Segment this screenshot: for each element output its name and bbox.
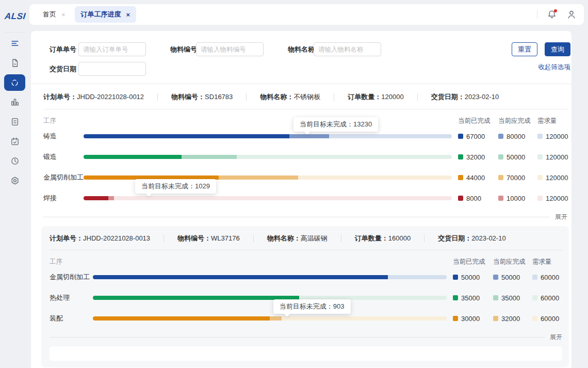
legend-cell-demand: 120000	[537, 174, 567, 182]
expand-link[interactable]: 展开	[555, 213, 567, 221]
completed-value: 30000	[461, 315, 480, 323]
card-footer: 展开	[43, 213, 567, 221]
delivery-date-field: 交货日期：2023-02-10	[438, 234, 506, 243]
legend-swatch-completed	[453, 295, 458, 300]
legend-swatch-completed	[458, 134, 463, 139]
order-qty-field: 订单数量：160000	[355, 234, 411, 243]
progress-bar	[84, 155, 452, 159]
search-button[interactable]: 查询	[545, 42, 570, 56]
segment-remaining	[237, 155, 452, 159]
collapse-filters-link[interactable]: 收起筛选项	[538, 63, 571, 72]
order-qty-field: 订单数量：120000	[348, 92, 403, 102]
tab-active[interactable]: 订单工序进度×	[75, 6, 137, 23]
should-complete-value: 50000	[507, 153, 525, 161]
progress-track[interactable]	[93, 316, 447, 321]
tooltip-arrow	[304, 128, 311, 135]
segment-completed	[84, 155, 182, 159]
legend-swatch-completed	[458, 175, 463, 180]
material-no-input[interactable]	[196, 42, 264, 56]
sidebar-item-process-cycle-active[interactable]	[4, 74, 25, 91]
reset-button[interactable]: 重置	[512, 42, 537, 56]
column-header: 当前应完成	[498, 117, 537, 125]
bar-chart-icon[interactable]	[10, 98, 20, 107]
tab-close-icon[interactable]: ×	[126, 11, 130, 18]
process-cycle-icon	[10, 78, 19, 87]
legend-cell-completed: 44000	[458, 174, 498, 182]
plan-no-value: JHDD-20221028-0013	[83, 234, 150, 242]
plan-no-field: 计划单号：JHDD-20221028-0013	[50, 234, 150, 243]
should-complete-value: 50000	[501, 274, 520, 281]
unfinished-target-tooltip: 当前目标未完成：1029	[135, 179, 216, 194]
menu-collapse-icon[interactable]	[10, 39, 20, 48]
next-card-placeholder	[50, 346, 562, 361]
calendar-check-icon[interactable]	[10, 137, 20, 146]
clipboard-icon[interactable]	[10, 117, 20, 126]
delivery-date-input[interactable]	[78, 62, 146, 76]
segment-should-complete	[182, 155, 237, 159]
segment-completed	[93, 275, 388, 279]
clock-icon[interactable]	[10, 156, 20, 166]
material-no-value: WL37176	[211, 234, 240, 242]
process-column-title: 工序	[43, 117, 84, 125]
filter-section: 重置 查询 收起筛选项 订单单号物料编号物料名称交货日期	[31, 31, 571, 84]
field-separator	[417, 93, 418, 101]
legend-cell-demand: 60000	[532, 315, 562, 323]
column-header: 当前已完成	[458, 117, 498, 125]
legend-swatch-should-complete	[493, 295, 498, 300]
progress-track[interactable]	[84, 155, 452, 159]
legend-values: 300003200060000	[453, 315, 562, 323]
completed-value: 8000	[466, 195, 481, 202]
legend-cell-completed: 50000	[453, 274, 493, 281]
gear-icon[interactable]	[10, 176, 20, 185]
material-no-label: 物料编号	[170, 42, 197, 56]
material-name-field: 物料名称：高温碳钢	[267, 234, 328, 243]
legend-cell-demand: 120000	[537, 153, 567, 161]
order-qty-label: 订单数量：	[348, 93, 381, 101]
notification-bell-icon[interactable]	[547, 9, 557, 20]
expand-link[interactable]: 展开	[550, 333, 562, 342]
material-name-label: 物料名称	[288, 42, 315, 56]
tab-0[interactable]: 首页×	[37, 6, 72, 23]
unfinished-target-tooltip: 当前目标未完成：903	[273, 299, 351, 314]
field-separator	[341, 235, 341, 242]
legend-swatch-completed	[453, 275, 458, 280]
progress-track[interactable]	[93, 296, 447, 300]
document-icon[interactable]	[10, 58, 20, 68]
field-separator	[424, 235, 424, 242]
legend-swatch-demand	[532, 316, 537, 321]
field-separator	[334, 93, 334, 101]
tab-label: 订单工序进度	[81, 10, 121, 19]
legend-cell-should-complete: 10000	[498, 195, 537, 202]
progress-bar: 当前目标未完成：1029	[84, 196, 452, 200]
user-icon[interactable]	[566, 9, 577, 20]
app-logo: ALSI	[4, 11, 30, 22]
column-header: 当前应完成	[493, 258, 532, 266]
completed-value: 35000	[461, 294, 480, 302]
process-label: 金属切削加工	[50, 273, 93, 282]
notification-dot	[554, 9, 557, 12]
tooltip-text: 当前目标未完成：13230	[300, 120, 372, 128]
process-row: 金属切削加工4400070000120000	[43, 167, 567, 188]
progress-track[interactable]	[93, 275, 447, 279]
legend-cell-should-complete: 70000	[498, 174, 537, 182]
progress-track[interactable]	[84, 196, 452, 200]
segment-should-complete	[219, 175, 299, 180]
legend-values: 350003500060000	[453, 294, 562, 302]
material-no-field: 物料编号：SD16783	[171, 92, 233, 102]
segment-should-complete	[270, 316, 282, 321]
plan-no-label: 计划单号：	[50, 234, 83, 242]
progress-track[interactable]	[84, 134, 452, 138]
demand-value: 120000	[546, 153, 568, 161]
order-qty-value: 120000	[381, 93, 403, 101]
process-label: 铸造	[43, 132, 84, 141]
completed-value: 44000	[466, 174, 485, 182]
should-complete-value: 80000	[507, 133, 525, 140]
tab-close-icon[interactable]: ×	[61, 11, 66, 18]
delivery-date-value: 2023-02-10	[465, 93, 499, 101]
legend-swatch-should-complete	[493, 316, 498, 321]
demand-value: 60000	[541, 274, 559, 281]
segment-remaining	[329, 134, 452, 138]
topbar-separator	[537, 10, 537, 19]
material-name-input[interactable]	[314, 42, 381, 56]
order-no-input[interactable]	[78, 42, 146, 56]
